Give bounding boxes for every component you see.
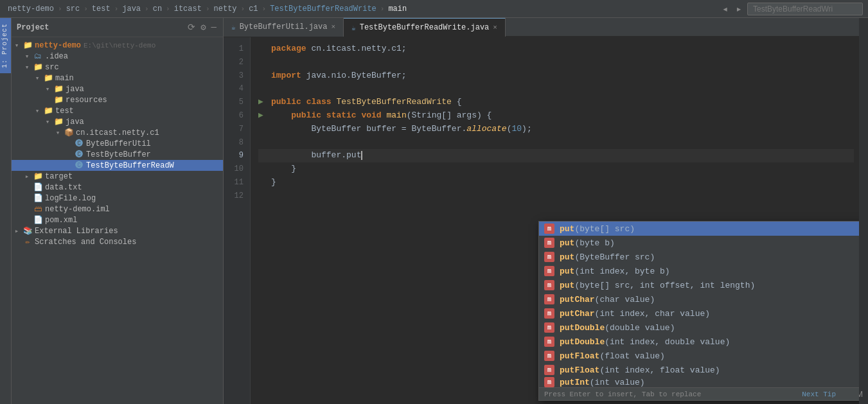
tree-item-datatxt[interactable]: 📄 data.txt	[12, 182, 223, 193]
line-num-11: 11	[224, 176, 246, 189]
bc-netty-demo[interactable]: netty-demo	[5, 3, 57, 15]
code-line-9: buffer.put	[258, 149, 854, 162]
java-file-icon: 🅒	[73, 139, 85, 148]
tree-item-tbbr[interactable]: 🅒 TestByteBufferReadW	[12, 160, 223, 171]
tree-label: main	[54, 74, 74, 83]
project-side-tab[interactable]: 1: Project	[0, 18, 11, 73]
package-icon: 📦	[63, 128, 75, 137]
minimize-icon[interactable]: ─	[210, 21, 218, 34]
tree-item-src[interactable]: 📁 src	[12, 62, 223, 73]
ac-item-8[interactable]: m putDouble(double value) ByteBuffer	[539, 321, 859, 335]
tab-java-icon: ☕	[231, 23, 236, 31]
tree-label: .idea	[44, 52, 68, 61]
tree-arrow	[22, 172, 32, 180]
java-folder-icon: 📁	[53, 84, 64, 94]
tree-item-iml[interactable]: 🗃 netty-demo.iml	[12, 204, 223, 215]
line-num-6: 6	[224, 109, 246, 123]
bc-test[interactable]: test	[89, 3, 113, 15]
line-num-5: 5	[224, 96, 246, 109]
sidebar-tree: 📁 netty-demo E:\git\netty-demo 🗂 .idea 📁…	[12, 37, 223, 404]
tree-label: netty-demo.iml	[44, 205, 110, 214]
bc-src[interactable]: src	[64, 3, 83, 15]
tree-label: test	[54, 107, 74, 116]
tab-bar: ☕ ByteBufferUtil.java × ☕ TestByteBuffer…	[224, 18, 859, 37]
ac-next-tip[interactable]: Next Tip	[802, 391, 836, 398]
tree-item-java-main[interactable]: 📁 java	[12, 83, 223, 94]
sync-icon[interactable]: ⟳	[186, 21, 197, 34]
ac-item-4[interactable]: m put(int index, byte b) ByteBuffer	[539, 264, 859, 278]
search-input[interactable]	[747, 3, 863, 15]
tree-item-main[interactable]: 📁 main	[12, 73, 223, 83]
ac-footer-text: Press Enter to insert, Tab to replace	[544, 391, 701, 398]
tree-label: resources	[64, 96, 107, 105]
tree-label: cn.itcast.netty.c1	[75, 128, 159, 137]
tab-label: ByteBufferUtil.java	[240, 22, 328, 31]
ac-item-1[interactable]: m put(byte[] src) ByteBuffer	[539, 222, 859, 236]
tab-testbytebuffer[interactable]: ☕ TestByteBufferReadWrite.java ×	[344, 18, 506, 37]
ac-item-5[interactable]: m put(byte[] src, int offset, int length…	[539, 278, 859, 292]
ac-item-6[interactable]: m putChar(char value) ByteBuffer	[539, 292, 859, 306]
ac-item-11[interactable]: m putFloat(int index, float value) ByteB…	[539, 363, 859, 377]
nav-back-icon[interactable]: ◂	[720, 1, 731, 17]
code-line-6: ▶ public static void main(String[] args)…	[258, 109, 854, 123]
ac-item-10[interactable]: m putFloat(float value) ByteBuffer	[539, 349, 859, 363]
run-btn-5[interactable]: ▶	[258, 97, 263, 107]
tab-close-bbutil[interactable]: ×	[331, 23, 335, 31]
ac-item-9[interactable]: m putDouble(int index, double value) Byt…	[539, 335, 859, 349]
ac-method-icon: m	[544, 337, 554, 347]
tree-item-java-test[interactable]: 📁 java	[12, 116, 223, 127]
tree-item-package[interactable]: 📦 cn.itcast.netty.c1	[12, 127, 223, 138]
bc-main[interactable]: main	[385, 3, 409, 15]
editor-container: ☕ ByteBufferUtil.java × ☕ TestByteBuffer…	[224, 18, 859, 404]
tree-item-ext-lib[interactable]: 📚 External Libraries	[12, 225, 223, 236]
tree-item-scratches[interactable]: ✏ Scratches and Consoles	[12, 236, 223, 247]
tree-item-idea[interactable]: 🗂 .idea	[12, 51, 223, 62]
ac-item-12[interactable]: m putInt(int value) ByteBuffer	[539, 377, 859, 387]
ac-text: putFloat(int index, float value)	[560, 365, 859, 375]
tree-item-target[interactable]: 📁 target	[12, 171, 223, 182]
folder-icon: 📁	[42, 73, 54, 83]
tree-item-resources[interactable]: 📁 resources	[12, 94, 223, 105]
tree-arrow	[42, 85, 53, 93]
bc-cn[interactable]: cn	[150, 3, 164, 15]
tree-item-pom[interactable]: 📄 pom.xml	[12, 215, 223, 225]
tab-bytebufferutil[interactable]: ☕ ByteBufferUtil.java ×	[224, 18, 344, 37]
bc-netty[interactable]: netty	[211, 3, 240, 15]
right-scrollbar[interactable]	[859, 18, 868, 404]
src-folder-icon: 📁	[32, 62, 44, 72]
ac-item-2[interactable]: m put(byte b) ByteBuffer	[539, 236, 859, 250]
ac-method-icon: m	[544, 351, 554, 361]
tree-arrow	[12, 41, 22, 49]
tree-item-logfile[interactable]: 📄 logFile.log	[12, 193, 223, 204]
test-folder-icon: 📁	[42, 106, 54, 116]
ac-text: putDouble(double value)	[560, 323, 859, 333]
ac-method-icon: m	[544, 266, 554, 276]
code-line-7: ByteBuffer buffer = ByteBuffer.allocate(…	[258, 123, 854, 136]
nav-forward-icon[interactable]: ▸	[733, 1, 745, 17]
bc-itcast[interactable]: itcast	[172, 3, 204, 15]
bc-c1[interactable]: c1	[246, 3, 260, 15]
main-area: 1: Project Project ⟳ ⚙ ─ 📁 netty-demo E:…	[0, 18, 868, 404]
settings-icon[interactable]: ⚙	[199, 21, 207, 34]
tree-item-tbb[interactable]: 🅒 TestByteBuffer	[12, 149, 223, 160]
ac-item-3[interactable]: m put(ByteBuffer src) ByteBuffer	[539, 250, 859, 264]
bc-class[interactable]: TestByteBufferReadWrite	[267, 3, 379, 15]
code-line-10: }	[258, 162, 854, 176]
tree-item-bbutil[interactable]: 🅒 ByteBufferUtil	[12, 138, 223, 149]
ac-method-icon: m	[544, 238, 554, 248]
bc-java[interactable]: java	[120, 3, 143, 15]
tree-path: E:\git\netty-demo	[84, 42, 155, 49]
tree-item-test[interactable]: 📁 test	[12, 105, 223, 116]
ac-text: putDouble(int index, double value)	[560, 337, 859, 347]
line-numbers: 1 2 3 4 5 6 7 8 9 10 11 12	[224, 37, 251, 404]
ac-method-icon: m	[544, 365, 554, 375]
editor-body[interactable]: 1 2 3 4 5 6 7 8 9 10 11 12	[224, 37, 859, 404]
ac-text: put(ByteBuffer src)	[560, 252, 859, 262]
tree-item-netty-demo[interactable]: 📁 netty-demo E:\git\netty-demo	[12, 40, 223, 51]
tree-arrow	[22, 52, 32, 60]
run-btn-6[interactable]: ▶	[258, 110, 263, 120]
tab-close-tbbr[interactable]: ×	[493, 24, 497, 31]
ac-item-7[interactable]: m putChar(int index, char value) ByteBuf…	[539, 306, 859, 321]
ac-method-icon: m	[544, 308, 554, 319]
java-file-icon: 🅒	[73, 150, 85, 159]
